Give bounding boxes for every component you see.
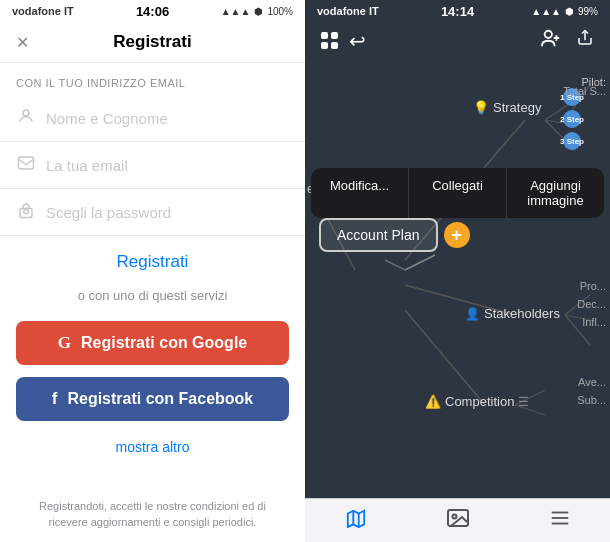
svg-line-5 bbox=[405, 255, 435, 270]
svg-point-0 bbox=[23, 110, 29, 116]
right-node-5: Sub... bbox=[577, 394, 606, 406]
time-left: 14:06 bbox=[136, 4, 169, 19]
person-icon bbox=[16, 107, 36, 129]
name-placeholder: Nome e Cognome bbox=[46, 110, 168, 127]
menu-icon[interactable] bbox=[549, 507, 571, 534]
right-node-3: Infl... bbox=[582, 316, 606, 328]
bluetooth-icon: ⬢ bbox=[254, 6, 263, 17]
svg-point-2 bbox=[24, 209, 29, 214]
undo-icon[interactable]: ↩ bbox=[349, 29, 366, 53]
signal-icon-right: ▲▲▲ bbox=[531, 6, 561, 17]
register-button[interactable]: Registrati bbox=[117, 252, 189, 272]
registrati-title: Registrati bbox=[113, 32, 191, 52]
password-field[interactable]: Scegli la password bbox=[0, 189, 305, 236]
lock-icon bbox=[16, 201, 36, 223]
status-icons-left: ▲▲▲ ⬢ 100% bbox=[221, 6, 293, 17]
svg-line-7 bbox=[405, 310, 485, 405]
competition-menu-icon: ☰ bbox=[518, 395, 529, 409]
total-s-node: Total S... bbox=[563, 85, 606, 97]
or-label: o con uno di questi servizi bbox=[0, 288, 305, 303]
toolbar-right bbox=[540, 28, 594, 53]
share-icon[interactable] bbox=[576, 28, 594, 53]
account-plan-node[interactable]: Account Plan + bbox=[319, 218, 470, 252]
time-right: 14:14 bbox=[441, 4, 474, 19]
context-menu-item-aggiungi[interactable]: Aggiungi immagine bbox=[507, 168, 604, 218]
svg-rect-22 bbox=[448, 510, 468, 526]
account-plan-box: Account Plan bbox=[319, 218, 438, 252]
svg-rect-1 bbox=[19, 157, 34, 169]
right-node-2: Dec... bbox=[577, 298, 606, 310]
right-node-4: Ave... bbox=[578, 376, 606, 388]
close-button[interactable]: ✕ bbox=[16, 33, 29, 52]
email-section-label: CON IL TUO INDIRIZZO EMAIL bbox=[0, 63, 305, 95]
strategy-bulb-icon: 💡 bbox=[473, 100, 489, 115]
facebook-icon: f bbox=[52, 389, 58, 409]
warning-icon: ⚠️ bbox=[425, 394, 441, 409]
status-bar-left: vodafone IT 14:06 ▲▲▲ ⬢ 100% bbox=[0, 0, 305, 22]
google-icon: G bbox=[58, 333, 71, 353]
toolbar-left: ↩ bbox=[321, 29, 366, 53]
map-icon[interactable] bbox=[344, 508, 368, 533]
grid-icon[interactable] bbox=[321, 32, 339, 50]
context-menu: Modifica... Collegati Aggiungi immagine bbox=[311, 168, 604, 218]
facebook-button-label: Registrati con Facebook bbox=[67, 390, 253, 408]
battery-left: 100% bbox=[267, 6, 293, 17]
right-toolbar: ↩ bbox=[305, 22, 610, 59]
password-placeholder: Scegli la password bbox=[46, 204, 171, 221]
name-field[interactable]: Nome e Cognome bbox=[0, 95, 305, 142]
wifi-icon: ▲▲▲ bbox=[221, 6, 251, 17]
status-icons-right: ▲▲▲ ⬢ 99% bbox=[531, 6, 598, 17]
right-node-1: Pro... bbox=[580, 280, 606, 292]
right-bottom-toolbar bbox=[305, 498, 610, 542]
email-icon bbox=[16, 154, 36, 176]
svg-point-23 bbox=[453, 515, 457, 519]
image-icon[interactable] bbox=[446, 507, 470, 534]
stakeholders-person-icon: 👤 bbox=[465, 307, 480, 321]
mindmap-svg bbox=[305, 0, 610, 542]
left-panel: vodafone IT 14:06 ▲▲▲ ⬢ 100% ✕ Registrat… bbox=[0, 0, 305, 542]
add-node-button[interactable]: + bbox=[444, 222, 470, 248]
bluetooth-icon-right: ⬢ bbox=[565, 6, 574, 17]
show-more-link[interactable]: mostra altro bbox=[0, 439, 305, 455]
carrier-left: vodafone IT bbox=[12, 5, 74, 17]
step2-badge: 2 Step bbox=[563, 110, 581, 128]
google-register-button[interactable]: G Registrati con Google bbox=[16, 321, 289, 365]
stakeholders-node[interactable]: 👤 Stakeholders bbox=[465, 306, 560, 321]
battery-right: 99% bbox=[578, 6, 598, 17]
carrier-right: vodafone IT bbox=[317, 5, 379, 17]
competition-node[interactable]: ⚠️ Competition ☰ bbox=[425, 394, 529, 409]
add-people-icon[interactable] bbox=[540, 28, 562, 53]
facebook-register-button[interactable]: f Registrati con Facebook bbox=[16, 377, 289, 421]
context-menu-item-collegati[interactable]: Collegati bbox=[409, 168, 507, 218]
context-menu-item-modifica[interactable]: Modifica... bbox=[311, 168, 409, 218]
svg-point-18 bbox=[545, 31, 552, 38]
email-field[interactable]: La tua email bbox=[0, 142, 305, 189]
email-placeholder: La tua email bbox=[46, 157, 128, 174]
status-bar-right: vodafone IT 14:14 ▲▲▲ ⬢ 99% bbox=[305, 0, 610, 22]
google-button-label: Registrati con Google bbox=[81, 334, 247, 352]
right-panel: vodafone IT 14:14 ▲▲▲ ⬢ 99% ↩ bbox=[305, 0, 610, 542]
left-footer: Registrandoti, accetti le nostre condizi… bbox=[0, 499, 305, 530]
left-header: ✕ Registrati bbox=[0, 22, 305, 63]
step3-badge: 3 Step bbox=[563, 132, 581, 150]
strategy-node[interactable]: 💡 Strategy bbox=[473, 100, 541, 115]
